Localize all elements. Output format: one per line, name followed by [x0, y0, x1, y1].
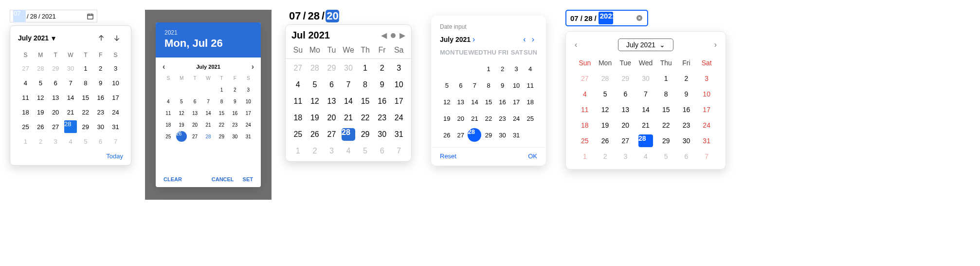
date-cell[interactable]: 2	[676, 71, 697, 86]
prev-month-button[interactable]	[95, 32, 108, 44]
date-cell[interactable]: 2	[595, 149, 616, 164]
date-cell[interactable]: 26	[595, 133, 616, 149]
date-cell[interactable]: 30	[495, 127, 509, 143]
date-cell[interactable]: 25	[162, 131, 175, 142]
date-cell[interactable]: 9	[93, 76, 108, 90]
date-cell[interactable]: 6	[93, 134, 108, 149]
date-cell[interactable]: 29	[357, 126, 374, 143]
day-segment[interactable]: 28	[30, 13, 37, 20]
month-segment[interactable]: 07	[13, 10, 26, 22]
date-cell[interactable]: 1	[357, 60, 374, 76]
date-cell[interactable]: 8	[482, 77, 496, 94]
date-cell[interactable]: 5	[175, 95, 188, 107]
date-cell[interactable]: 2	[33, 134, 48, 149]
date-cell[interactable]: 1	[18, 134, 33, 149]
date-cell[interactable]: 22	[357, 110, 374, 126]
date-cell[interactable]: 3	[615, 149, 635, 164]
date-cell[interactable]: 6	[676, 149, 697, 164]
date-cell[interactable]: 21	[63, 105, 78, 119]
date-cell[interactable]: 16	[495, 94, 509, 110]
date-cell[interactable]: 27	[575, 71, 595, 86]
day-segment[interactable]: 28	[307, 10, 321, 22]
date-cell[interactable]: 4	[340, 143, 357, 159]
date-cell[interactable]: 25	[523, 110, 537, 127]
date-cell[interactable]: 11	[290, 93, 307, 110]
date-cell[interactable]: 15	[482, 94, 496, 110]
next-month-button[interactable]	[110, 32, 123, 44]
date-cell[interactable]: 30	[228, 131, 241, 142]
date-cell[interactable]: 28	[635, 133, 656, 149]
date-input[interactable]: 07 / 28 / 2021	[10, 10, 97, 22]
date-cell[interactable]: 10	[242, 95, 255, 107]
date-cell[interactable]: 7	[63, 76, 78, 90]
date-cell[interactable]: 5	[595, 86, 616, 102]
date-cell[interactable]: 5	[656, 149, 676, 164]
date-cell[interactable]: 25	[290, 126, 307, 143]
prev-month-button[interactable]: ‹	[575, 40, 577, 49]
date-cell[interactable]: 26	[33, 119, 48, 134]
date-cell[interactable]: 20	[323, 110, 340, 126]
date-cell[interactable]: 17	[696, 102, 717, 117]
date-cell[interactable]: 6	[188, 95, 201, 107]
date-cell[interactable]: 12	[307, 93, 324, 110]
date-cell[interactable]: 2	[495, 60, 509, 77]
date-cell[interactable]: 31	[390, 126, 407, 143]
date-cell[interactable]: 3	[242, 84, 255, 95]
date-cell[interactable]: 13	[454, 94, 468, 110]
date-cell[interactable]: 10	[108, 76, 123, 90]
date-cell[interactable]: 11	[523, 77, 537, 94]
date-cell[interactable]: 30	[676, 133, 697, 149]
year-segment[interactable]: 2021	[41, 13, 56, 20]
date-cell[interactable]: 9	[676, 86, 697, 102]
date-cell[interactable]: 26	[175, 131, 188, 142]
date-cell[interactable]: 23	[495, 110, 509, 127]
date-cell[interactable]: 13	[48, 90, 63, 105]
year-button[interactable]: 2021	[164, 29, 252, 36]
month-year-button[interactable]: July 2021	[440, 36, 471, 43]
date-cell[interactable]: 1	[656, 71, 676, 86]
date-cell[interactable]: 14	[63, 90, 78, 105]
date-cell[interactable]: 8	[78, 76, 93, 90]
date-cell[interactable]: 9	[495, 77, 509, 94]
date-cell[interactable]: 26	[440, 127, 454, 143]
date-cell[interactable]: 14	[468, 94, 482, 110]
date-cell[interactable]: 18	[18, 105, 33, 119]
date-cell[interactable]: 7	[635, 86, 656, 102]
date-cell[interactable]: 4	[63, 134, 78, 149]
date-cell[interactable]: 29	[323, 60, 340, 76]
date-cell[interactable]: 4	[575, 86, 595, 102]
date-cell[interactable]: 15	[357, 93, 374, 110]
date-cell[interactable]: 5	[307, 76, 324, 93]
prev-month-button[interactable]: ◀	[381, 31, 387, 40]
date-cell[interactable]: 21	[468, 110, 482, 127]
date-input[interactable]: 07 / 28 / 2021	[565, 10, 648, 26]
date-cell[interactable]: 1	[575, 149, 595, 164]
date-cell[interactable]: 10	[390, 76, 407, 93]
date-cell[interactable]: 6	[374, 143, 391, 159]
date-cell[interactable]: 16	[93, 90, 108, 105]
date-cell[interactable]: 4	[635, 149, 656, 164]
date-input[interactable]: 07 / 28 / 2021	[288, 10, 412, 22]
date-cell[interactable]: 13	[188, 107, 201, 119]
date-cell[interactable]: 22	[656, 117, 676, 133]
date-cell[interactable]: 4	[162, 95, 175, 107]
date-cell[interactable]: 16	[374, 93, 391, 110]
date-cell[interactable]: 18	[523, 94, 537, 110]
date-cell[interactable]: 30	[635, 71, 656, 86]
date-cell[interactable]: 22	[215, 119, 228, 131]
date-cell[interactable]: 20	[454, 110, 468, 127]
date-cell[interactable]: 23	[676, 117, 697, 133]
date-cell[interactable]: 21	[635, 117, 656, 133]
month-segment[interactable]: 07	[288, 10, 302, 22]
date-cell[interactable]: 2	[93, 61, 108, 76]
date-cell[interactable]: 27	[290, 60, 307, 76]
date-cell[interactable]: 5	[78, 134, 93, 149]
date-cell[interactable]: 5	[33, 76, 48, 90]
date-cell[interactable]: 3	[509, 60, 524, 77]
date-cell[interactable]: 6	[454, 77, 468, 94]
date-cell[interactable]: 4	[18, 76, 33, 90]
date-cell[interactable]: 3	[323, 143, 340, 159]
prev-month-button[interactable]: ‹	[520, 35, 528, 44]
date-cell[interactable]: 25	[18, 119, 33, 134]
next-month-button[interactable]: ›	[252, 62, 254, 71]
